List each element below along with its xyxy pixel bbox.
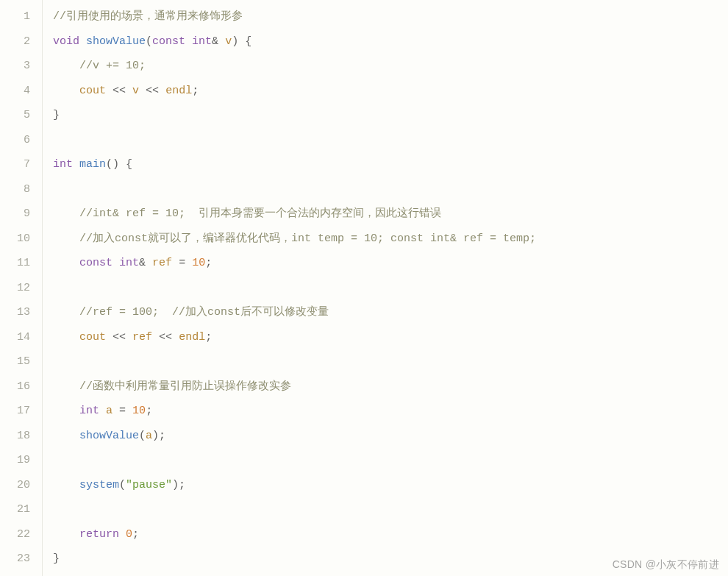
code-token xyxy=(53,60,79,72)
code-token: ref xyxy=(152,257,172,269)
code-token: //v += 10; xyxy=(79,60,146,72)
code-token xyxy=(126,85,132,97)
code-token xyxy=(53,257,79,269)
code-token xyxy=(238,35,245,48)
code-line[interactable]: int main() { xyxy=(53,152,728,177)
code-token xyxy=(106,331,113,344)
line-number: 6 xyxy=(0,128,42,153)
code-line[interactable]: return 0; xyxy=(53,522,728,547)
code-line[interactable]: int a = 10; xyxy=(53,399,728,424)
code-token: int xyxy=(79,405,99,417)
code-token xyxy=(113,257,119,269)
code-token xyxy=(53,85,79,97)
code-token: } xyxy=(53,552,60,565)
line-number: 3 xyxy=(0,54,42,79)
line-number: 8 xyxy=(0,177,42,202)
code-token xyxy=(172,257,179,269)
code-token: & xyxy=(212,35,218,48)
code-token: "pause" xyxy=(126,479,172,491)
code-token xyxy=(53,479,79,491)
code-token: int xyxy=(192,35,212,48)
code-token xyxy=(113,405,119,417)
code-token: ; xyxy=(192,85,199,97)
code-token: () xyxy=(106,158,119,171)
code-line[interactable]: } xyxy=(53,103,728,128)
code-token xyxy=(172,331,179,344)
code-token: } xyxy=(53,109,60,121)
code-token xyxy=(185,35,192,48)
code-token: cout xyxy=(79,85,106,97)
code-line[interactable]: void showValue(const int& v) { xyxy=(53,29,728,54)
line-number: 15 xyxy=(0,349,42,374)
line-number: 4 xyxy=(0,79,42,104)
code-token: //int& ref = 10; 引用本身需要一个合法的内存空间，因此这行错误 xyxy=(79,207,441,220)
code-token: endl xyxy=(179,331,205,344)
code-token: cout xyxy=(79,331,106,344)
code-token: ( xyxy=(146,35,152,48)
code-line[interactable]: cout << v << endl; xyxy=(53,79,728,104)
code-token: void xyxy=(53,35,79,48)
code-line[interactable]: system("pause"); xyxy=(53,473,728,498)
code-token: a xyxy=(146,430,152,442)
code-token: system xyxy=(79,479,119,491)
code-token: main xyxy=(79,158,106,171)
code-token: { xyxy=(126,158,132,171)
code-line[interactable] xyxy=(53,349,728,374)
code-token: << xyxy=(113,331,126,344)
code-line[interactable]: //引用使用的场景，通常用来修饰形参 xyxy=(53,4,728,29)
line-number: 14 xyxy=(0,325,42,350)
code-token: ; xyxy=(159,430,165,442)
code-token: endl xyxy=(165,85,192,97)
code-token xyxy=(139,85,146,97)
code-token xyxy=(106,85,113,97)
code-token: ; xyxy=(205,257,212,269)
code-line[interactable]: showValue(a); xyxy=(53,424,728,449)
code-token: 10 xyxy=(132,405,146,417)
line-number: 13 xyxy=(0,300,42,325)
code-line[interactable] xyxy=(53,177,728,202)
code-token xyxy=(126,331,132,344)
line-number: 18 xyxy=(0,424,42,449)
code-token: v xyxy=(225,35,232,48)
code-line[interactable] xyxy=(53,276,728,301)
code-token: = xyxy=(179,257,185,269)
code-token xyxy=(185,257,192,269)
code-token: ) xyxy=(152,430,159,442)
code-line[interactable]: const int& ref = 10; xyxy=(53,251,728,276)
code-line[interactable]: //ref = 100; //加入const后不可以修改变量 xyxy=(53,300,728,325)
code-token: int xyxy=(119,257,139,269)
code-token xyxy=(119,528,126,541)
code-line[interactable] xyxy=(53,448,728,473)
code-token: a xyxy=(106,405,113,417)
code-token xyxy=(126,405,132,417)
code-token: 10 xyxy=(192,257,205,269)
code-token: ; xyxy=(205,331,212,344)
line-number: 17 xyxy=(0,399,42,424)
code-token: showValue xyxy=(86,35,146,48)
code-token xyxy=(53,306,79,319)
code-line[interactable]: //v += 10; xyxy=(53,54,728,79)
code-token: ) xyxy=(232,35,238,48)
line-number: 1 xyxy=(0,4,42,29)
code-line[interactable]: //函数中利用常量引用防止误操作修改实参 xyxy=(53,374,728,399)
line-number: 7 xyxy=(0,152,42,177)
code-token: ; xyxy=(132,528,139,541)
code-token xyxy=(53,207,79,220)
code-line[interactable]: //int& ref = 10; 引用本身需要一个合法的内存空间，因此这行错误 xyxy=(53,202,728,227)
code-token xyxy=(79,35,86,48)
code-token: ( xyxy=(119,479,126,491)
code-content-area[interactable]: //引用使用的场景，通常用来修饰形参void showValue(const i… xyxy=(43,0,728,576)
line-number: 5 xyxy=(0,103,42,128)
code-token: //函数中利用常量引用防止误操作修改实参 xyxy=(79,380,291,393)
code-token: return xyxy=(79,528,119,541)
code-token xyxy=(53,430,79,442)
code-token: //引用使用的场景，通常用来修饰形参 xyxy=(53,10,243,23)
code-line[interactable] xyxy=(53,497,728,522)
code-line[interactable]: cout << ref << endl; xyxy=(53,325,728,350)
line-number: 12 xyxy=(0,276,42,301)
code-token: ; xyxy=(179,479,185,491)
code-token: ; xyxy=(146,405,152,417)
code-token: //ref = 100; //加入const后不可以修改变量 xyxy=(79,306,329,319)
code-line[interactable]: //加入const就可以了，编译器优化代码，int temp = 10; con… xyxy=(53,227,728,252)
code-line[interactable] xyxy=(53,128,728,153)
